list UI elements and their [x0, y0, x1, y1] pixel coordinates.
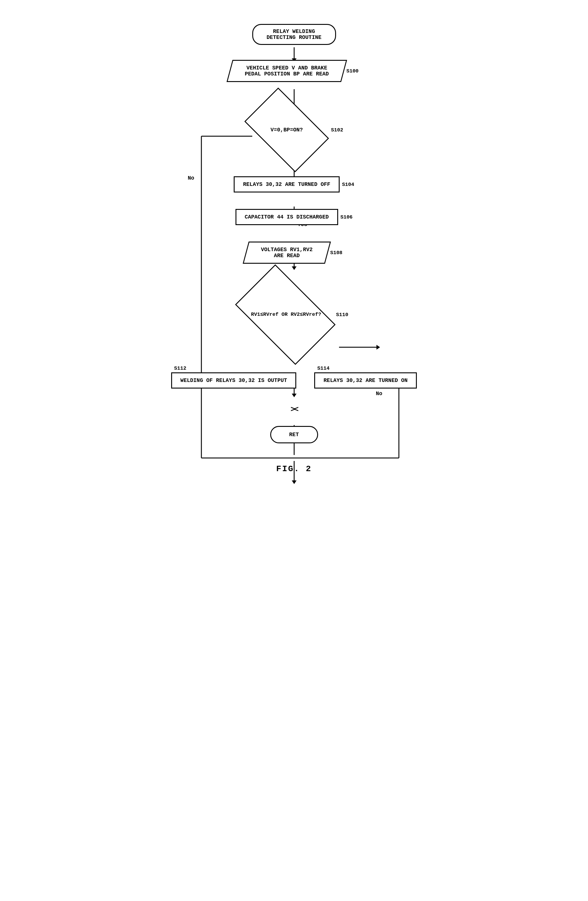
s100-row: VEHICLE SPEED V AND BRAKE PEDAL POSITION… [160, 60, 429, 82]
s106-row: CAPACITOR 44 IS DISCHARGED S106 [160, 209, 429, 225]
ret-label: RET [270, 426, 318, 443]
start-node: RELAY WELDING DETECTING ROUTINE [160, 24, 429, 45]
s106-text: CAPACITOR 44 IS DISCHARGED [235, 209, 338, 225]
start-label: RELAY WELDING DETECTING ROUTINE [252, 24, 336, 45]
fig-label: FIG. 2 [276, 464, 312, 474]
s108-shape: VOLTAGES RV1,RV2 ARE READ [243, 242, 331, 264]
s100-label: S100 [347, 68, 359, 74]
s102-text: V=0,BP=ON? [271, 127, 303, 133]
s104-text: RELAYS 30,32 ARE TURNED OFF [234, 176, 340, 192]
s102-diamond-wrap: V=0,BP=ON? [245, 101, 328, 158]
s110-text: RV1≤RVref OR RV2≤RVref? [251, 311, 321, 318]
svg-marker-13 [292, 394, 297, 397]
s114-text: RELAYS 30,32 ARE TURNED ON [314, 373, 417, 388]
s108-text: VOLTAGES RV1,RV2 ARE READ [261, 247, 313, 259]
junction-mark: >< [291, 405, 297, 414]
s110-label: S110 [336, 312, 348, 318]
s108-row: VOLTAGES RV1,RV2 ARE READ S108 [160, 242, 429, 264]
s102-label: S102 [331, 127, 343, 133]
s104-row: RELAYS 30,32 ARE TURNED OFF S104 [160, 176, 429, 192]
ret-node: RET [160, 426, 429, 443]
s112-label: S112 [174, 365, 187, 371]
s112-s114-row: S112 WELDING OF RELAYS 30,32 IS OUTPUT S… [160, 365, 429, 388]
s102-row: V=0,BP=ON? S102 [160, 101, 429, 158]
flowchart-container: RELAY WELDING DETECTING ROUTINE VEHICLE … [160, 12, 429, 474]
s112-col: S112 WELDING OF RELAYS 30,32 IS OUTPUT [171, 365, 296, 388]
s108-label: S108 [330, 250, 343, 256]
s100-text: VEHICLE SPEED V AND BRAKE PEDAL POSITION… [245, 65, 329, 77]
s112-text: WELDING OF RELAYS 30,32 IS OUTPUT [171, 373, 296, 388]
s110-row: RV1≤RVref OR RV2≤RVref? S110 [160, 283, 429, 346]
s114-col: S114 RELAYS 30,32 ARE TURNED ON [314, 365, 417, 388]
svg-marker-20 [292, 480, 297, 484]
s100-shape: VEHICLE SPEED V AND BRAKE PEDAL POSITION… [227, 60, 347, 82]
s106-label: S106 [341, 214, 353, 220]
s104-label: S104 [342, 182, 354, 187]
svg-marker-9 [292, 267, 297, 270]
s110-diamond-wrap: RV1≤RVref OR RV2≤RVref? [240, 283, 333, 346]
junction-row: >< [160, 405, 429, 414]
no-label-2: No [376, 391, 383, 397]
s114-label: S114 [317, 365, 330, 371]
